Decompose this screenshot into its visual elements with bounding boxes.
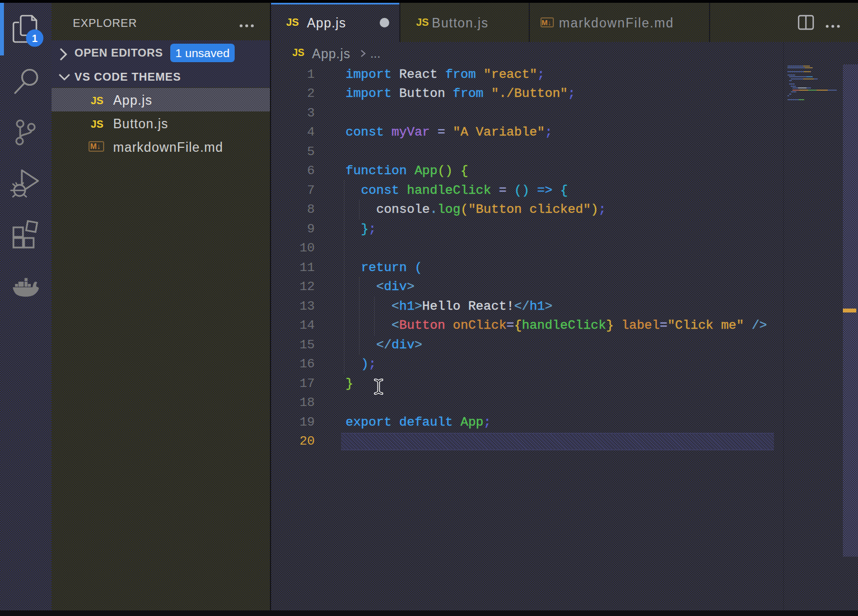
svg-text:1: 1: [32, 33, 38, 44]
